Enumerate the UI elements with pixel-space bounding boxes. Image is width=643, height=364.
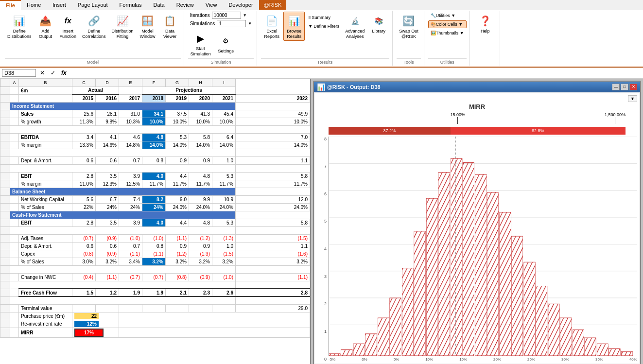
nwc-change-2016: (1.1) bbox=[96, 273, 119, 281]
nwc-change-2017: (0.7) bbox=[119, 273, 142, 281]
table-row: Terminal value 29.0 bbox=[0, 304, 310, 312]
advanced-analyses-button[interactable]: 🔬 AdvancedAnalyses bbox=[343, 12, 367, 41]
table-row: Sales 25.6 28.1 31.0 34.1 37.5 41.3 45.4… bbox=[0, 110, 310, 118]
developer-tab[interactable]: Developer bbox=[223, 0, 259, 10]
excel-reports-button[interactable]: 📄 ExcelReports bbox=[261, 12, 282, 41]
table-row: Capex (0.8) (0.9) (1.1) (1.1) (1.2) (1.3… bbox=[0, 250, 310, 258]
ebit-cf-label: EBIT bbox=[19, 219, 72, 226]
ebit-cf-2021: 5.3 bbox=[212, 219, 236, 226]
add-output-button[interactable]: 📤 AddOutput bbox=[35, 12, 56, 41]
ebit-label: EBIT bbox=[19, 172, 72, 180]
nwc-2019: 9.0 bbox=[166, 195, 189, 203]
table-row: Net Working Capital 5.6 6.7 7.4 8.2 9.0 … bbox=[0, 195, 310, 203]
table-row: EBIT 2.8 3.5 3.9 4.0 4.4 4.8 5.3 5.8 bbox=[0, 172, 310, 180]
fcf-2022: 2.8 bbox=[236, 289, 310, 296]
purchase-price-label: Purchase price (€m) bbox=[19, 312, 72, 320]
col-a-header: A bbox=[10, 79, 19, 87]
iterations-dropdown[interactable]: ▼ bbox=[243, 13, 247, 17]
svg-rect-12 bbox=[353, 344, 365, 356]
depr-cf-label: Depr. & Amort. bbox=[19, 242, 72, 250]
define-distributions-button[interactable]: 📊 DefineDistributions bbox=[5, 12, 34, 41]
utilities-button[interactable]: 🔧 Utilities ▼ bbox=[428, 12, 467, 19]
ebit-cf-2020: 4.8 bbox=[189, 219, 212, 226]
band-bar: 37.2% 62.8% bbox=[329, 127, 626, 135]
mirr-row: MIRR 17% bbox=[0, 328, 310, 337]
x-axis-labels: -5% 0% 5% 10% 15% 20% 25% 30% 35% 40% bbox=[329, 356, 637, 362]
chart-body: ▼ MIRR 15.00% 1,500.00% 37.2% 6 bbox=[315, 93, 639, 364]
histogram-container: 0 1 2 3 4 5 6 7 8 bbox=[317, 137, 637, 362]
iterations-input[interactable] bbox=[212, 12, 241, 19]
ebit-margin-2021: 11.7% bbox=[212, 180, 236, 188]
y-label-7: 7 bbox=[317, 164, 327, 169]
pct-sales-cf-2018: 3.2% bbox=[142, 258, 166, 265]
insert-function-formula-button[interactable]: fx bbox=[59, 69, 69, 76]
year-2017: 2017 bbox=[119, 94, 142, 102]
library-button[interactable]: 📚 Library bbox=[368, 12, 389, 35]
ebitda-margin-2019: 14.0% bbox=[166, 141, 189, 149]
home-tab[interactable]: Home bbox=[21, 0, 47, 10]
ebit-cf-2016: 3.5 bbox=[96, 219, 119, 226]
review-tab[interactable]: Review bbox=[171, 0, 200, 10]
year-2015: 2015 bbox=[72, 94, 96, 102]
pct-sales-cf-2022: 3.2% bbox=[236, 258, 310, 265]
thumbnails-button[interactable]: 🖼️ Thumbnails ▼ bbox=[428, 29, 467, 37]
simulations-dropdown[interactable]: ▼ bbox=[248, 21, 252, 26]
risk-tab[interactable]: @RISK bbox=[259, 0, 287, 10]
sales-label: Sales bbox=[19, 110, 72, 118]
close-window-button[interactable]: ✕ bbox=[629, 84, 637, 90]
minimize-button[interactable]: — bbox=[612, 84, 620, 90]
cell-reference-input[interactable] bbox=[2, 69, 36, 77]
data-tab[interactable]: Data bbox=[147, 0, 170, 10]
browse-results-label: BrowseResults bbox=[287, 29, 301, 39]
summary-button[interactable]: ≡ Summary bbox=[306, 14, 342, 21]
simulations-label: Simulations bbox=[190, 21, 215, 26]
start-simulation-button[interactable]: ▶ StartSimulation bbox=[188, 29, 213, 58]
formula-input[interactable]: =RiskOutput("MIRR")+MIRR(F44:K44,D37,D37… bbox=[70, 69, 641, 76]
table-row: Free Cash Flow 1.5 1.2 1.9 1.9 2.1 2.3 2… bbox=[0, 289, 310, 296]
library-label: Library bbox=[372, 29, 385, 34]
nwc-change-2018: (0.7) bbox=[142, 273, 166, 281]
help-group: ❓ Help bbox=[471, 11, 500, 66]
file-tab[interactable]: File bbox=[0, 0, 21, 10]
nwc-change-2019: (0.8) bbox=[166, 273, 189, 281]
help-button[interactable]: ❓ Help bbox=[474, 12, 496, 35]
y-label-1: 1 bbox=[317, 329, 327, 334]
year-2019: 2019 bbox=[166, 94, 189, 102]
sales-2016: 28.1 bbox=[96, 110, 119, 118]
ebit-2019: 4.4 bbox=[166, 172, 189, 180]
table-row: Change in NWC (0.4) (1.1) (0.7) (0.7) (0… bbox=[0, 273, 310, 281]
x-label-40: 40% bbox=[629, 357, 637, 362]
insert-tab[interactable]: Insert bbox=[47, 0, 72, 10]
pct-sales-bs-label: % of Sales bbox=[19, 203, 72, 211]
swap-out-button[interactable]: 🔄 Swap Out@RISK bbox=[397, 12, 421, 41]
formula-enter-button[interactable]: ✓ bbox=[49, 69, 57, 76]
maximize-button[interactable]: □ bbox=[621, 84, 628, 90]
simulations-input[interactable] bbox=[217, 20, 246, 27]
define-filters-button[interactable]: ▼ Define Filters bbox=[306, 22, 342, 30]
chart-dropdown-button[interactable]: ▼ bbox=[628, 95, 637, 102]
formula-bar: ✕ ✓ fx =RiskOutput("MIRR")+MIRR(F44:K44,… bbox=[0, 68, 643, 79]
data-viewer-button[interactable]: 📋 DataViewer bbox=[159, 12, 181, 41]
spacer-row bbox=[0, 125, 310, 133]
ebitda-margin-2018: 14.0% bbox=[142, 141, 166, 149]
ebitda-2018: 4.8 bbox=[142, 133, 166, 141]
browse-results-button[interactable]: 📊 BrowseResults bbox=[283, 12, 305, 41]
page-layout-tab[interactable]: Page Layout bbox=[72, 0, 114, 10]
table-row: Depr. & Amort. 0.6 0.6 0.7 0.8 0.9 0.9 1… bbox=[0, 156, 310, 164]
model-window-button[interactable]: 🪟 ModelWindow bbox=[137, 12, 158, 41]
year-2016: 2016 bbox=[96, 94, 119, 102]
formulas-tab[interactable]: Formulas bbox=[114, 0, 148, 10]
chart-title-left: 📊 @RISK - Output: D38 bbox=[317, 83, 381, 91]
color-cells-button[interactable]: 🎨 Color Cells ▼ bbox=[428, 20, 467, 28]
reinvestment-value: 12% bbox=[74, 321, 99, 327]
x-label-30: 30% bbox=[561, 357, 569, 362]
insert-function-button[interactable]: fx InsertFunction bbox=[57, 12, 79, 41]
settings-button[interactable]: ⚙ Settings bbox=[215, 32, 237, 55]
x-label-15: 15% bbox=[459, 357, 467, 362]
define-correlations-button[interactable]: 🔗 DefineCorrelations bbox=[80, 12, 108, 41]
view-tab[interactable]: View bbox=[200, 0, 223, 10]
distribution-fitting-button[interactable]: 📈 DistributionFitting bbox=[109, 12, 136, 41]
settings-icon: ⚙ bbox=[218, 33, 234, 49]
capex-label: Capex bbox=[19, 250, 72, 258]
formula-cancel-button[interactable]: ✕ bbox=[38, 69, 47, 76]
